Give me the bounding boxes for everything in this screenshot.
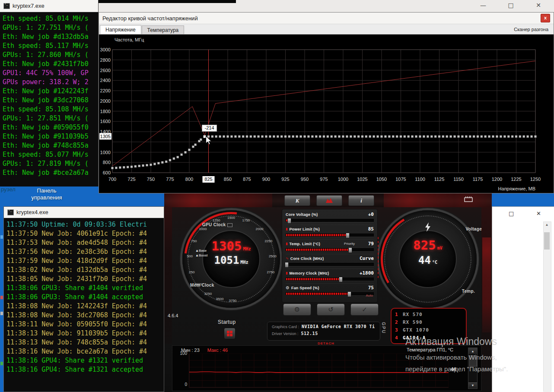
curve-point[interactable]	[419, 136, 421, 138]
curve-point[interactable]	[246, 136, 248, 138]
curve-point[interactable]	[450, 136, 452, 138]
curve-point[interactable]	[311, 136, 313, 138]
slider-track[interactable]	[286, 234, 374, 237]
curve-point[interactable]	[188, 149, 191, 151]
curve-point[interactable]	[423, 136, 425, 138]
msi-logo-button[interactable]	[316, 195, 342, 206]
slider-knob[interactable]	[347, 291, 351, 297]
curve-point[interactable]	[473, 136, 475, 138]
curve-point[interactable]	[177, 156, 179, 158]
curve-point[interactable]	[219, 136, 221, 138]
curve-point[interactable]	[280, 136, 283, 138]
curve-point[interactable]	[411, 136, 414, 138]
maximize-button[interactable]: □	[509, 210, 514, 217]
curve-point[interactable]	[488, 136, 490, 138]
curve-point[interactable]	[192, 145, 194, 148]
curve-point[interactable]	[492, 136, 494, 138]
curve-point[interactable]	[400, 136, 402, 138]
curve-point[interactable]	[261, 136, 264, 138]
curve-point[interactable]	[404, 136, 406, 138]
curve-point[interactable]	[181, 154, 183, 156]
curve-point[interactable]	[511, 136, 513, 138]
curve-point[interactable]	[292, 136, 294, 138]
gpu-list-item[interactable]: 3GTX 1070	[395, 326, 462, 334]
curve-point[interactable]	[234, 136, 236, 138]
curve-point[interactable]	[446, 136, 448, 138]
desktop-icon-label[interactable]: рузел	[1, 186, 16, 193]
scroll-down-icon[interactable]: ▼	[468, 382, 477, 389]
curve-point[interactable]	[242, 136, 244, 138]
curve-point[interactable]	[535, 136, 537, 138]
curve-point[interactable]	[265, 136, 267, 138]
vf-curve-svg[interactable]: Частота, МГц6008001000140016001800200022…	[99, 35, 554, 193]
kombustor-button[interactable]: K	[284, 195, 310, 206]
scrollbar-thumb[interactable]	[469, 355, 477, 367]
reset-button[interactable]: ↺	[317, 303, 345, 316]
curve-point[interactable]	[361, 136, 363, 138]
curve-point[interactable]	[365, 136, 367, 138]
close-button[interactable]: ✕	[536, 210, 541, 217]
slider-knob[interactable]	[339, 277, 343, 282]
curve-point[interactable]	[442, 136, 444, 138]
curve-point[interactable]	[369, 136, 371, 138]
curve-point[interactable]	[211, 136, 213, 138]
settings-button[interactable]: ⚙	[283, 303, 311, 316]
curve-point[interactable]	[215, 136, 217, 138]
curve-point[interactable]	[481, 136, 483, 138]
curve-point[interactable]	[350, 136, 352, 138]
curve-point[interactable]	[438, 136, 440, 138]
curve-point[interactable]	[331, 136, 333, 138]
curve-point[interactable]	[258, 136, 260, 138]
curve-point[interactable]	[477, 136, 479, 138]
info-button[interactable]: i	[348, 195, 374, 206]
curve-point[interactable]	[500, 136, 502, 138]
fan-auto-toggle[interactable]: Auto	[366, 294, 373, 297]
monitor-scrollbar[interactable]: ▲ ▼	[468, 348, 478, 389]
curve-point[interactable]	[323, 136, 325, 138]
scroll-up-icon[interactable]: ▲	[468, 348, 477, 355]
curve-point[interactable]	[119, 167, 121, 169]
curve-point[interactable]	[496, 136, 498, 138]
curve-point[interactable]	[469, 136, 471, 138]
curve-point[interactable]	[461, 136, 463, 138]
detach-link[interactable]: DETACH	[318, 341, 334, 345]
curve-point[interactable]	[427, 136, 429, 138]
minimize-button[interactable]: —	[476, 2, 490, 9]
curve-point[interactable]	[507, 136, 509, 138]
curve-point[interactable]	[381, 136, 383, 138]
close-button[interactable]: x	[541, 14, 550, 22]
temperature-graph[interactable]	[189, 354, 449, 388]
curve-point[interactable]	[465, 136, 467, 138]
curve-point[interactable]	[392, 136, 394, 138]
curve-point[interactable]	[334, 136, 337, 138]
curve-point[interactable]	[288, 136, 290, 138]
gpu-list-item[interactable]: 1RX 570	[395, 310, 462, 318]
curve-point[interactable]	[173, 158, 175, 160]
curve-point[interactable]	[273, 136, 275, 138]
curve-point[interactable]	[169, 159, 171, 161]
priority-toggle[interactable]: Priority	[344, 242, 355, 246]
curve-point[interactable]	[165, 161, 167, 163]
curve-point[interactable]	[284, 136, 287, 138]
tab-voltage[interactable]: Напряжение	[100, 25, 141, 34]
curve-point[interactable]	[373, 136, 375, 138]
curve-point[interactable]	[157, 162, 159, 164]
curve-point[interactable]	[353, 136, 356, 138]
gpu-list-item[interactable]: 2RX 590	[395, 318, 462, 326]
slider-track[interactable]	[286, 278, 374, 281]
curve-point[interactable]	[357, 136, 360, 138]
desktop-icon[interactable]	[0, 362, 3, 365]
curve-point[interactable]	[307, 136, 309, 138]
curve-point[interactable]	[342, 136, 344, 138]
curve-point[interactable]	[454, 136, 456, 138]
slider-knob[interactable]	[287, 218, 291, 224]
desktop-icon[interactable]	[0, 312, 3, 315]
tab-temperature[interactable]: Температура	[142, 25, 185, 34]
curve-editor-titlebar[interactable]: Редактор кривой частот/напряжений x	[99, 13, 554, 24]
curve-point[interactable]	[142, 164, 144, 167]
kryptex4-titlebar[interactable]: kryptex4.exe	[4, 207, 164, 218]
curve-point[interactable]	[384, 136, 386, 138]
slider-knob[interactable]	[285, 262, 289, 268]
curve-point[interactable]	[484, 136, 487, 138]
curve-point[interactable]	[127, 166, 129, 168]
